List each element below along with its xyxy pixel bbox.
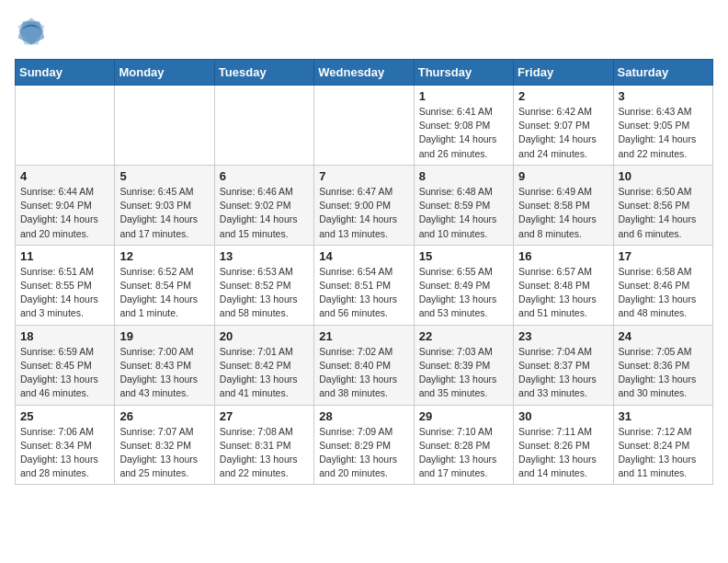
day-info: Sunrise: 6:46 AM Sunset: 9:02 PM Dayligh…	[220, 185, 309, 241]
calendar-cell: 1Sunrise: 6:41 AM Sunset: 9:08 PM Daylig…	[414, 86, 513, 166]
calendar-cell: 8Sunrise: 6:48 AM Sunset: 8:59 PM Daylig…	[414, 165, 513, 245]
calendar-cell: 23Sunrise: 7:04 AM Sunset: 8:37 PM Dayli…	[514, 325, 613, 405]
day-info: Sunrise: 7:06 AM Sunset: 8:34 PM Dayligh…	[20, 425, 109, 481]
day-info: Sunrise: 6:49 AM Sunset: 8:58 PM Dayligh…	[518, 185, 608, 241]
day-number: 8	[419, 169, 508, 183]
day-number: 18	[20, 329, 109, 343]
day-info: Sunrise: 6:42 AM Sunset: 9:07 PM Dayligh…	[518, 105, 608, 161]
day-number: 29	[419, 409, 508, 423]
calendar-cell: 11Sunrise: 6:51 AM Sunset: 8:55 PM Dayli…	[16, 245, 115, 325]
calendar-cell: 2Sunrise: 6:42 AM Sunset: 9:07 PM Daylig…	[514, 86, 613, 166]
calendar-header: SundayMondayTuesdayWednesdayThursdayFrid…	[16, 60, 713, 86]
day-info: Sunrise: 6:55 AM Sunset: 8:49 PM Dayligh…	[419, 265, 508, 321]
day-info: Sunrise: 6:59 AM Sunset: 8:45 PM Dayligh…	[20, 345, 109, 401]
day-number: 3	[619, 89, 708, 103]
calendar-week-3: 11Sunrise: 6:51 AM Sunset: 8:55 PM Dayli…	[16, 245, 713, 325]
day-info: Sunrise: 7:03 AM Sunset: 8:39 PM Dayligh…	[419, 345, 508, 401]
day-number: 19	[119, 329, 209, 343]
calendar-cell: 13Sunrise: 6:53 AM Sunset: 8:52 PM Dayli…	[214, 245, 313, 325]
day-info: Sunrise: 6:58 AM Sunset: 8:46 PM Dayligh…	[619, 265, 708, 321]
day-number: 15	[419, 249, 508, 263]
day-info: Sunrise: 6:51 AM Sunset: 8:55 PM Dayligh…	[20, 265, 109, 321]
calendar-cell: 26Sunrise: 7:07 AM Sunset: 8:32 PM Dayli…	[115, 405, 214, 485]
calendar-cell: 6Sunrise: 6:46 AM Sunset: 9:02 PM Daylig…	[214, 165, 313, 245]
calendar-cell: 20Sunrise: 7:01 AM Sunset: 8:42 PM Dayli…	[214, 325, 313, 405]
day-info: Sunrise: 6:48 AM Sunset: 8:59 PM Dayligh…	[419, 185, 508, 241]
calendar-body: 1Sunrise: 6:41 AM Sunset: 9:08 PM Daylig…	[16, 86, 713, 485]
calendar-cell: 16Sunrise: 6:57 AM Sunset: 8:48 PM Dayli…	[514, 245, 613, 325]
calendar-cell	[115, 86, 214, 166]
day-number: 20	[220, 329, 309, 343]
day-info: Sunrise: 7:02 AM Sunset: 8:40 PM Dayligh…	[319, 345, 408, 401]
day-info: Sunrise: 6:54 AM Sunset: 8:51 PM Dayligh…	[319, 265, 408, 321]
day-number: 23	[518, 329, 608, 343]
day-info: Sunrise: 7:09 AM Sunset: 8:29 PM Dayligh…	[319, 425, 408, 481]
calendar-cell: 5Sunrise: 6:45 AM Sunset: 9:03 PM Daylig…	[115, 165, 214, 245]
day-number: 25	[20, 409, 109, 423]
calendar-cell: 29Sunrise: 7:10 AM Sunset: 8:28 PM Dayli…	[414, 405, 513, 485]
calendar-week-4: 18Sunrise: 6:59 AM Sunset: 8:45 PM Dayli…	[16, 325, 713, 405]
calendar-cell: 31Sunrise: 7:12 AM Sunset: 8:24 PM Dayli…	[613, 405, 712, 485]
logo	[15, 15, 53, 48]
calendar-week-2: 4Sunrise: 6:44 AM Sunset: 9:04 PM Daylig…	[16, 165, 713, 245]
calendar-cell: 30Sunrise: 7:11 AM Sunset: 8:26 PM Dayli…	[514, 405, 613, 485]
weekday-header-saturday: Saturday	[613, 60, 712, 86]
day-info: Sunrise: 6:53 AM Sunset: 8:52 PM Dayligh…	[220, 265, 309, 321]
day-number: 16	[518, 249, 608, 263]
calendar-cell: 24Sunrise: 7:05 AM Sunset: 8:36 PM Dayli…	[613, 325, 712, 405]
calendar-cell: 12Sunrise: 6:52 AM Sunset: 8:54 PM Dayli…	[115, 245, 214, 325]
day-info: Sunrise: 6:50 AM Sunset: 8:56 PM Dayligh…	[619, 185, 708, 241]
calendar-cell	[16, 86, 115, 166]
day-info: Sunrise: 7:07 AM Sunset: 8:32 PM Dayligh…	[119, 425, 209, 481]
logo-icon	[15, 15, 48, 48]
page-header	[15, 15, 713, 48]
calendar-cell: 28Sunrise: 7:09 AM Sunset: 8:29 PM Dayli…	[314, 405, 414, 485]
calendar-cell	[214, 86, 313, 166]
weekday-header-sunday: Sunday	[16, 60, 115, 86]
calendar-cell: 17Sunrise: 6:58 AM Sunset: 8:46 PM Dayli…	[613, 245, 712, 325]
day-number: 5	[119, 169, 209, 183]
day-number: 6	[220, 169, 309, 183]
day-number: 22	[419, 329, 508, 343]
calendar-cell: 21Sunrise: 7:02 AM Sunset: 8:40 PM Dayli…	[314, 325, 414, 405]
calendar-cell	[314, 86, 414, 166]
calendar-cell: 15Sunrise: 6:55 AM Sunset: 8:49 PM Dayli…	[414, 245, 513, 325]
day-info: Sunrise: 7:11 AM Sunset: 8:26 PM Dayligh…	[518, 425, 608, 481]
day-number: 26	[119, 409, 209, 423]
calendar-week-1: 1Sunrise: 6:41 AM Sunset: 9:08 PM Daylig…	[16, 86, 713, 166]
day-number: 31	[619, 409, 708, 423]
calendar-cell: 27Sunrise: 7:08 AM Sunset: 8:31 PM Dayli…	[214, 405, 313, 485]
day-info: Sunrise: 6:44 AM Sunset: 9:04 PM Dayligh…	[20, 185, 109, 241]
day-number: 11	[20, 249, 109, 263]
weekday-row: SundayMondayTuesdayWednesdayThursdayFrid…	[16, 60, 713, 86]
day-number: 10	[619, 169, 708, 183]
day-number: 17	[619, 249, 708, 263]
day-info: Sunrise: 6:45 AM Sunset: 9:03 PM Dayligh…	[119, 185, 209, 241]
calendar-cell: 7Sunrise: 6:47 AM Sunset: 9:00 PM Daylig…	[314, 165, 414, 245]
calendar-cell: 14Sunrise: 6:54 AM Sunset: 8:51 PM Dayli…	[314, 245, 414, 325]
day-number: 24	[619, 329, 708, 343]
day-info: Sunrise: 7:08 AM Sunset: 8:31 PM Dayligh…	[220, 425, 309, 481]
calendar-cell: 4Sunrise: 6:44 AM Sunset: 9:04 PM Daylig…	[16, 165, 115, 245]
day-info: Sunrise: 7:04 AM Sunset: 8:37 PM Dayligh…	[518, 345, 608, 401]
weekday-header-friday: Friday	[514, 60, 613, 86]
day-info: Sunrise: 6:52 AM Sunset: 8:54 PM Dayligh…	[119, 265, 209, 321]
day-number: 2	[518, 89, 608, 103]
day-number: 4	[20, 169, 109, 183]
calendar-cell: 19Sunrise: 7:00 AM Sunset: 8:43 PM Dayli…	[115, 325, 214, 405]
weekday-header-tuesday: Tuesday	[214, 60, 313, 86]
day-info: Sunrise: 7:10 AM Sunset: 8:28 PM Dayligh…	[419, 425, 508, 481]
day-number: 28	[319, 409, 408, 423]
day-number: 14	[319, 249, 408, 263]
day-number: 7	[319, 169, 408, 183]
calendar-week-5: 25Sunrise: 7:06 AM Sunset: 8:34 PM Dayli…	[16, 405, 713, 485]
calendar-table: SundayMondayTuesdayWednesdayThursdayFrid…	[15, 59, 713, 485]
day-number: 9	[518, 169, 608, 183]
day-number: 21	[319, 329, 408, 343]
calendar-cell: 10Sunrise: 6:50 AM Sunset: 8:56 PM Dayli…	[613, 165, 712, 245]
weekday-header-monday: Monday	[115, 60, 214, 86]
day-number: 27	[220, 409, 309, 423]
day-info: Sunrise: 6:47 AM Sunset: 9:00 PM Dayligh…	[319, 185, 408, 241]
weekday-header-wednesday: Wednesday	[314, 60, 414, 86]
day-number: 12	[119, 249, 209, 263]
